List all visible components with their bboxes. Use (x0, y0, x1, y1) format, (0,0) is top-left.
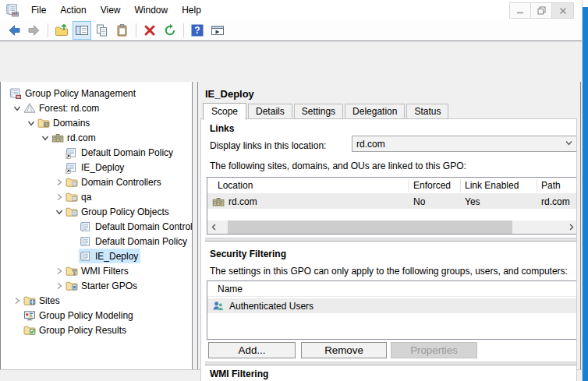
expander-icon[interactable] (25, 117, 37, 129)
domain-icon (51, 132, 64, 144)
expander-icon[interactable] (0, 87, 9, 99)
help-button[interactable]: ? (188, 21, 207, 40)
tree-item[interactable]: Domains (1, 115, 192, 130)
column-link-enabled[interactable]: Link Enabled (465, 180, 519, 191)
tab-delegation[interactable]: Delegation (345, 104, 405, 119)
tree-item[interactable]: WMI Filters (1, 263, 192, 278)
expander-icon[interactable] (67, 220, 79, 232)
expander-icon[interactable] (67, 250, 79, 262)
refresh-button[interactable] (161, 21, 179, 40)
expander-icon[interactable] (53, 176, 65, 188)
back-button[interactable] (5, 21, 23, 40)
tree-item[interactable]: Default Domain Policy (1, 234, 192, 249)
tree-item[interactable]: rd.com (1, 130, 192, 145)
minimize-button[interactable] (510, 3, 531, 18)
toolbar-separator (48, 23, 48, 37)
tree: Group Policy Management Forest: rd.com D… (1, 86, 192, 337)
forward-button[interactable] (25, 21, 44, 40)
list-item[interactable]: Authenticated Users (207, 298, 577, 313)
section-splitter[interactable] (205, 362, 577, 365)
close-button[interactable] (552, 3, 573, 18)
up-one-level-button[interactable] (52, 21, 71, 40)
tree-item[interactable]: Domain Controllers (1, 175, 192, 189)
expander-icon[interactable] (53, 191, 65, 203)
menu-window[interactable]: Window (128, 2, 175, 18)
tree-item[interactable]: qa (1, 189, 192, 204)
column-divider[interactable] (460, 179, 461, 192)
domains-folder-icon (37, 117, 50, 129)
show-console-tree-button[interactable] (73, 21, 91, 40)
tree-item[interactable]: IE_Deploy (1, 249, 192, 263)
menu-bar: File Action View Window Help (0, 0, 582, 20)
menu-view[interactable]: View (94, 2, 128, 18)
tab-status[interactable]: Status (406, 104, 448, 119)
expander-icon[interactable] (53, 161, 65, 173)
tree-item[interactable]: Group Policy Modeling (1, 308, 192, 323)
tree-item-label: Default Domain Policy (81, 147, 173, 158)
links-table-header: Location Enforced Link Enabled Path (207, 178, 577, 194)
tree-item-label: Forest: rd.com (39, 103, 99, 114)
menu-action[interactable]: Action (53, 2, 93, 18)
tree-item[interactable]: Group Policy Results (1, 323, 192, 337)
tree-item[interactable]: Default Domain Controll (1, 219, 192, 234)
delete-button[interactable] (140, 21, 159, 40)
links-heading: Links (210, 123, 234, 134)
column-location[interactable]: Location (218, 180, 253, 191)
expander-icon[interactable] (53, 280, 65, 291)
paste-button[interactable] (113, 21, 132, 40)
column-divider[interactable] (408, 179, 409, 192)
column-name[interactable]: Name (218, 284, 243, 295)
tree-item[interactable]: Group Policy Objects (1, 204, 192, 219)
chevron-down-icon (565, 139, 573, 150)
expander-icon[interactable] (11, 295, 23, 306)
tree-item[interactable]: Starter GPOs (1, 278, 192, 293)
location-dropdown[interactable]: rd.com (352, 136, 577, 152)
scroll-right-arrow[interactable] (565, 220, 577, 234)
gpo-link-icon (66, 146, 78, 159)
column-divider[interactable] (537, 179, 537, 192)
add-button[interactable]: Add... (208, 342, 296, 358)
tree-item[interactable]: Sites (1, 293, 192, 308)
expander-icon[interactable] (53, 146, 65, 158)
tree-item[interactable]: Forest: rd.com (1, 101, 192, 115)
table-horizontal-scrollbar[interactable] (207, 220, 577, 234)
expander-icon[interactable] (11, 102, 23, 114)
toolbar-separator (136, 23, 136, 37)
starter-folder-icon (66, 280, 78, 292)
tree-item-label: rd.com (67, 132, 96, 143)
tree-item-label: Group Policy Management (25, 88, 136, 99)
menu-help[interactable]: Help (175, 2, 208, 18)
tree-item[interactable]: Default Domain Policy (1, 145, 192, 160)
wmi-folder-icon (66, 265, 78, 277)
tab-scope[interactable]: Scope (203, 103, 246, 120)
gpmc-root-icon (9, 87, 22, 100)
users-icon (212, 300, 225, 312)
copy-button[interactable] (93, 21, 112, 40)
child-window-controls (509, 2, 574, 19)
column-path[interactable]: Path (541, 180, 561, 191)
expander-icon[interactable] (39, 132, 51, 143)
tree-item[interactable]: Group Policy Management (1, 86, 192, 101)
table-row[interactable]: rd.com No Yes rd.com (207, 194, 577, 209)
expander-icon[interactable] (11, 324, 23, 336)
properties-button[interactable]: Properties (391, 342, 477, 358)
expander-icon[interactable] (53, 265, 65, 277)
expander-icon[interactable] (11, 309, 23, 321)
expander-icon[interactable] (53, 206, 65, 217)
tree-item[interactable]: IE_Deploy (1, 160, 192, 175)
remove-button[interactable]: Remove (301, 342, 387, 358)
column-enforced[interactable]: Enforced (413, 180, 451, 191)
display-links-label: Display links in this location: (210, 140, 326, 151)
tab-details[interactable]: Details (248, 104, 292, 119)
section-splitter[interactable] (205, 238, 577, 242)
tree-item-label: Group Policy Results (39, 325, 126, 336)
tab-settings[interactable]: Settings (294, 104, 343, 119)
restore-button[interactable] (531, 3, 552, 18)
tree-item-label: Default Domain Policy (95, 236, 187, 247)
export-list-button[interactable] (208, 21, 227, 40)
expander-icon[interactable] (67, 235, 79, 247)
scroll-left-arrow[interactable] (207, 220, 221, 234)
scrollbar-thumb[interactable] (228, 220, 512, 234)
delete-icon (143, 23, 157, 37)
menu-file[interactable]: File (24, 2, 53, 18)
